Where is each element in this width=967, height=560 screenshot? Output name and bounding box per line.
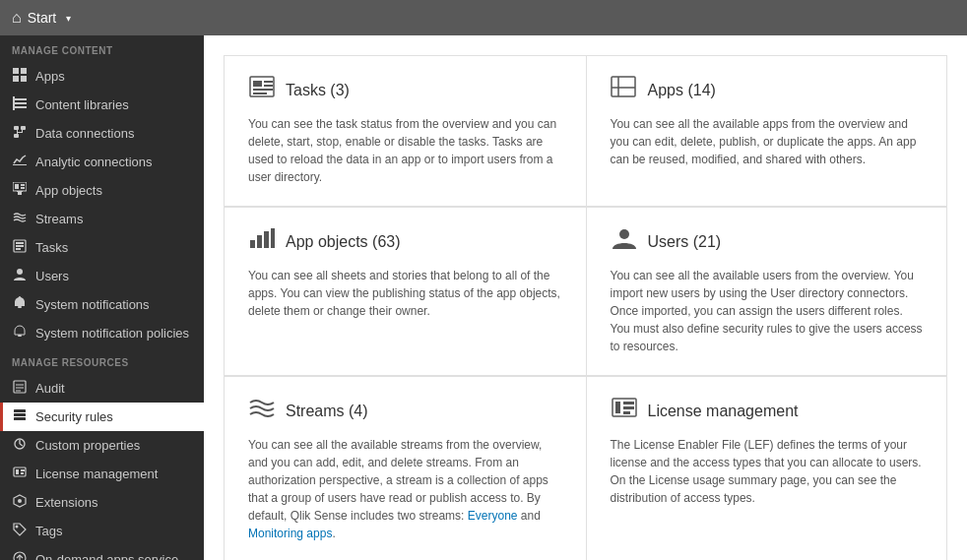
on-demand-apps-label: On-demand apps service bbox=[35, 552, 178, 560]
svg-rect-13 bbox=[22, 130, 23, 133]
tags-label: Tags bbox=[35, 524, 62, 538]
content-libraries-icon bbox=[12, 96, 28, 113]
license-management-card-header: License management bbox=[611, 397, 924, 426]
tasks-card-header: Tasks (3) bbox=[248, 76, 562, 105]
svg-rect-38 bbox=[16, 469, 19, 474]
sidebar-item-custom-properties[interactable]: Custom properties bbox=[0, 431, 204, 460]
topbar: ⌂ Start ▾ bbox=[0, 0, 967, 35]
svg-rect-40 bbox=[21, 472, 24, 474]
svg-rect-64 bbox=[623, 402, 634, 404]
svg-rect-22 bbox=[16, 242, 24, 244]
svg-rect-5 bbox=[13, 102, 27, 104]
app-objects-card-desc: You can see all sheets and stories that … bbox=[248, 267, 562, 320]
svg-rect-16 bbox=[15, 184, 19, 189]
tasks-card-title: Tasks (3) bbox=[286, 82, 350, 99]
svg-rect-65 bbox=[623, 406, 634, 409]
svg-point-27 bbox=[19, 296, 21, 298]
tasks-card-icon bbox=[248, 76, 276, 105]
sidebar-item-license-management[interactable]: License management bbox=[0, 460, 204, 488]
app-objects-label: App objects bbox=[35, 183, 102, 198]
sidebar-item-security-rules[interactable]: Security rules bbox=[0, 403, 204, 431]
svg-rect-39 bbox=[21, 469, 25, 471]
license-management-card-icon bbox=[611, 397, 638, 426]
sidebar-item-app-objects[interactable]: App objects bbox=[0, 176, 204, 205]
manage-content-header: MANAGE CONTENT bbox=[0, 35, 204, 62]
users-card-header: Users (21) bbox=[611, 227, 924, 257]
sidebar-item-system-notifications[interactable]: System notifications bbox=[0, 290, 204, 319]
analytic-connections-label: Analytic connections bbox=[35, 155, 153, 169]
on-demand-apps-icon bbox=[12, 551, 28, 560]
sidebar-item-tasks[interactable]: Tasks bbox=[0, 233, 204, 262]
data-connections-label: Data connections bbox=[35, 126, 134, 141]
apps-card-desc: You can see all the available apps from … bbox=[611, 115, 924, 168]
extensions-icon bbox=[12, 494, 28, 511]
extensions-label: Extensions bbox=[35, 495, 98, 510]
app-objects-card-title: App objects (63) bbox=[286, 233, 401, 251]
streams-label: Streams bbox=[35, 212, 83, 226]
svg-rect-9 bbox=[21, 126, 26, 130]
home-label: Start bbox=[28, 10, 57, 26]
svg-rect-28 bbox=[18, 335, 22, 337]
users-card-title: Users (21) bbox=[648, 233, 722, 251]
sidebar-item-analytic-connections[interactable]: Analytic connections bbox=[0, 148, 204, 176]
svg-point-42 bbox=[16, 526, 19, 529]
app-objects-card-header: App objects (63) bbox=[248, 227, 562, 257]
content-grid: Tasks (3) You can see the task status fr… bbox=[224, 55, 947, 560]
tasks-sidebar-icon bbox=[12, 239, 28, 256]
svg-rect-51 bbox=[264, 85, 273, 87]
streams-card-title: Streams (4) bbox=[286, 403, 368, 420]
svg-rect-37 bbox=[14, 467, 26, 476]
license-management-card: License management The License Enabler F… bbox=[586, 376, 948, 560]
svg-rect-50 bbox=[264, 81, 273, 83]
license-management-sidebar-icon bbox=[12, 466, 28, 482]
security-rules-icon bbox=[12, 408, 28, 425]
system-notification-policies-label: System notification policies bbox=[35, 326, 189, 341]
svg-point-61 bbox=[619, 229, 629, 239]
users-card: Users (21) You can see all the available… bbox=[586, 207, 948, 376]
home-button[interactable]: ⌂ Start ▾ bbox=[12, 9, 71, 27]
svg-rect-18 bbox=[21, 184, 25, 186]
svg-rect-58 bbox=[257, 235, 262, 248]
svg-rect-10 bbox=[14, 134, 19, 138]
sidebar-item-extensions[interactable]: Extensions bbox=[0, 488, 204, 517]
sidebar-item-apps[interactable]: Apps bbox=[0, 62, 204, 91]
svg-point-41 bbox=[18, 499, 22, 503]
svg-rect-23 bbox=[16, 245, 24, 247]
svg-rect-0 bbox=[13, 68, 19, 74]
users-sidebar-icon bbox=[12, 268, 28, 284]
users-card-desc: You can see all the available users from… bbox=[611, 267, 924, 355]
sidebar-item-data-connections[interactable]: Data connections bbox=[0, 119, 204, 148]
users-label: Users bbox=[35, 269, 69, 283]
security-rules-label: Security rules bbox=[35, 409, 113, 424]
streams-sidebar-icon bbox=[12, 211, 28, 227]
svg-rect-63 bbox=[615, 402, 620, 413]
system-notifications-label: System notifications bbox=[35, 297, 150, 312]
svg-rect-20 bbox=[17, 191, 23, 192]
svg-rect-54 bbox=[612, 77, 635, 96]
sidebar-item-tags[interactable]: Tags bbox=[0, 517, 204, 545]
analytic-connections-icon bbox=[12, 154, 28, 170]
apps-sidebar-icon bbox=[12, 68, 28, 85]
tags-icon bbox=[12, 523, 28, 539]
svg-rect-7 bbox=[13, 96, 15, 110]
sidebar-item-on-demand-apps[interactable]: On-demand apps service bbox=[0, 545, 204, 560]
svg-point-25 bbox=[17, 269, 23, 275]
svg-rect-33 bbox=[14, 409, 26, 412]
svg-rect-53 bbox=[253, 93, 267, 94]
sidebar-item-system-notification-policies[interactable]: System notification policies bbox=[0, 319, 204, 347]
sidebar-item-streams[interactable]: Streams bbox=[0, 205, 204, 233]
users-card-icon bbox=[611, 227, 638, 257]
tasks-label: Tasks bbox=[35, 240, 68, 255]
data-connections-icon bbox=[12, 125, 28, 142]
svg-rect-59 bbox=[264, 231, 269, 248]
sidebar: MANAGE CONTENT Apps Content libraries Da… bbox=[0, 35, 204, 560]
sidebar-item-users[interactable]: Users bbox=[0, 262, 204, 290]
svg-rect-35 bbox=[14, 417, 26, 420]
sidebar-item-audit[interactable]: Audit bbox=[0, 374, 204, 403]
svg-rect-52 bbox=[253, 89, 273, 91]
streams-card-desc: You can see all the available streams fr… bbox=[248, 436, 562, 542]
svg-rect-49 bbox=[253, 81, 262, 87]
dropdown-icon[interactable]: ▾ bbox=[66, 13, 71, 24]
svg-rect-17 bbox=[21, 187, 25, 189]
sidebar-item-content-libraries[interactable]: Content libraries bbox=[0, 91, 204, 119]
